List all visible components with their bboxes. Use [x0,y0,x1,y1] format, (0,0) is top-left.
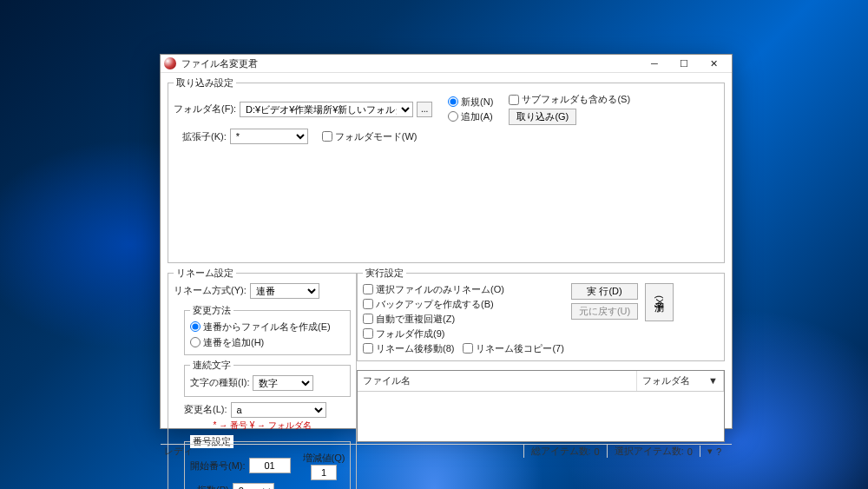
exec-group: 実行設定 選択ファイルのみリネーム(O) バックアップを作成する(B) 自動で重… [357,267,725,361]
undo-button[interactable]: 元に戻す(U) [571,303,638,320]
char-type-label: 文字の種類(I): [190,376,249,389]
seq-char-legend: 連続文字 [190,359,233,372]
foldermode-checkbox[interactable]: フォルダモード(W) [322,130,418,143]
sort-triangle-icon: ▼ [708,375,718,386]
change-method-legend: 変更方法 [190,304,233,317]
folder-select[interactable]: D:¥ビデオ¥作業場所¥新しいフォルダー [240,102,413,117]
browse-button[interactable]: ... [417,102,432,117]
status-total: 総アイテム数: 0 [523,445,607,458]
chk-mkfolder[interactable]: フォルダ作成(9) [363,327,564,340]
subfolder-checkbox[interactable]: サブフォルダも含める(S) [509,93,630,106]
minimize-button[interactable]: ─ [640,55,669,72]
maximize-button[interactable]: ☐ [669,55,699,72]
preview-button[interactable]: 予測(X) [645,283,674,321]
exec-legend: 実行設定 [363,267,406,280]
radio-add[interactable]: 追加(A) [448,110,493,123]
chk-move[interactable]: リネーム後移動(8) [363,342,454,355]
radio-from-seq[interactable]: 連番からファイル名を作成(E) [190,320,345,334]
close-button[interactable]: ✕ [699,55,728,72]
ext-select[interactable]: * [230,129,308,144]
method-label: リネーム方式(Y): [174,284,247,297]
app-window: ファイル名変更君 ─ ☐ ✕ 取り込み設定 フォルダ名(F): D:¥ビデオ¥作… [160,54,733,429]
char-type-select[interactable]: 数字 [253,375,313,391]
window-title: ファイル名変更君 [181,57,640,70]
ext-label: 拡張子(K): [182,130,227,143]
rename-legend: リネーム設定 [174,267,236,280]
radio-new[interactable]: 新規(N) [448,96,493,109]
changename-label: 変更名(L): [184,403,227,416]
chk-copy[interactable]: リネーム後コピー(7) [463,342,563,355]
numset-group: 番号設定 開始番号(M): 増減値(Q) 桁数(P) [184,435,351,490]
status-help-dropdown[interactable]: ▾ ? [700,446,728,457]
statusbar: レディ 総アイテム数: 0 選択アイテム数: 0 ▾ ? [161,444,732,458]
chk-backup[interactable]: バックアップを作成する(B) [363,298,564,311]
chk-selected[interactable]: 選択ファイルのみリネーム(O) [363,283,564,296]
app-icon [164,57,176,69]
seq-char-group: 連続文字 文字の種類(I): 数字 [184,359,351,397]
hint-text: * → 番号 ¥ → フォルダ名 [174,420,351,432]
change-method-group: 変更方法 連番からファイル名を作成(E) 連番を追加(H) [184,304,351,355]
col-folder[interactable]: フォルダ名 ▼ [637,371,724,391]
method-select[interactable]: 連番 [250,283,319,299]
digits-select[interactable]: 2 [233,483,274,490]
status-selected: 選択アイテム数: 0 [607,445,700,458]
import-group: 取り込み設定 フォルダ名(F): D:¥ビデオ¥作業場所¥新しいフォルダー ..… [168,76,725,263]
folder-label: フォルダ名(F): [174,102,236,116]
status-ready: レディ [164,445,193,458]
chk-auto[interactable]: 自動で重複回避(Z) [363,313,564,326]
changename-select[interactable]: a [231,402,326,418]
col-filename[interactable]: ファイル名 [358,371,637,391]
run-button[interactable]: 実 行(D) [571,283,638,300]
titlebar: ファイル名変更君 ─ ☐ ✕ [161,55,732,73]
start-input[interactable] [249,458,291,473]
radio-add-seq[interactable]: 連番を追加(H) [190,336,345,349]
file-table[interactable]: ファイル名 フォルダ名 ▼ [357,370,725,443]
start-label: 開始番号(M): [190,459,246,472]
digits-label: 桁数(P) [197,484,229,489]
inc-input[interactable] [311,465,337,480]
import-button[interactable]: 取り込み(G) [509,109,576,125]
import-legend: 取り込み設定 [174,76,236,89]
